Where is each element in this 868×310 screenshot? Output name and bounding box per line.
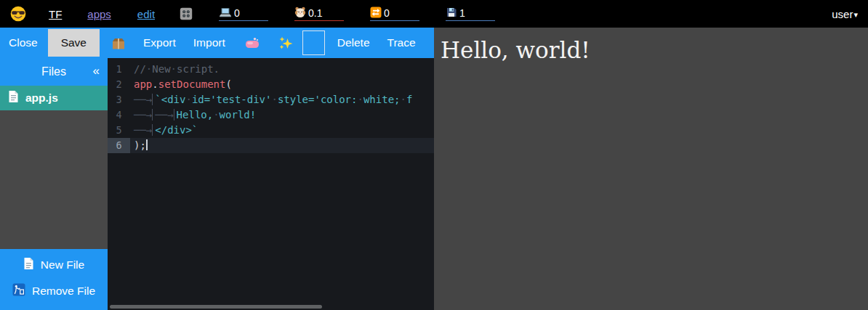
save-button[interactable]: Save bbox=[48, 29, 100, 57]
soap-icon[interactable] bbox=[245, 37, 260, 49]
code-segment-ws: · bbox=[213, 109, 219, 121]
code-segment-comment: // bbox=[134, 63, 146, 75]
files-title: Files bbox=[41, 65, 66, 78]
files-header: Files « bbox=[0, 58, 108, 86]
hamster-icon bbox=[294, 7, 306, 18]
line-number: 6 bbox=[108, 138, 130, 153]
code-segment-string: `<div bbox=[155, 94, 185, 105]
code-segment-tab: ──→ bbox=[134, 94, 153, 105]
trace-button[interactable]: Trace bbox=[379, 28, 425, 58]
code-lines: 1//·New·script.2app.setDocument(3──→`<di… bbox=[108, 62, 434, 153]
repeat-icon bbox=[370, 7, 382, 18]
topbar: TF apps edit 0 bbox=[0, 0, 868, 28]
line-number: 1 bbox=[108, 62, 130, 77]
code-segment-string: f bbox=[406, 94, 412, 105]
horizontal-scrollbar-thumb[interactable] bbox=[110, 305, 322, 309]
package-icon[interactable] bbox=[111, 36, 126, 50]
user-label: user bbox=[832, 8, 853, 20]
line-number: 5 bbox=[108, 123, 130, 138]
code-line-content: ──→`<div·id='test-div'·style='color:·whi… bbox=[130, 92, 434, 107]
import-button[interactable]: Import bbox=[185, 28, 234, 58]
stat-laptop[interactable]: 0 bbox=[219, 7, 268, 21]
code-segment-string: id='test-div' bbox=[192, 94, 272, 105]
stat-hamster[interactable]: 0.1 bbox=[294, 7, 344, 21]
remove-file-icon bbox=[12, 283, 25, 299]
new-file-button[interactable]: New File bbox=[0, 254, 108, 276]
file-list: app.js bbox=[0, 86, 108, 110]
code-segment-comment: New bbox=[152, 63, 170, 75]
preview-text: Hello, world! bbox=[441, 38, 861, 64]
file-icon bbox=[8, 90, 19, 106]
chevron-down-icon: ▾ bbox=[853, 10, 858, 20]
code-line: 4──→──→Hello,·world! bbox=[108, 107, 434, 123]
empty-slot-button[interactable] bbox=[302, 30, 325, 55]
code-line: 2app.setDocument( bbox=[108, 77, 434, 92]
remove-file-label: Remove File bbox=[32, 285, 95, 298]
code-line-content: ──→──→Hello,·world! bbox=[130, 107, 434, 123]
code-segment-punct: ( bbox=[225, 78, 231, 90]
code-editor[interactable]: 1//·New·script.2app.setDocument(3──→`<di… bbox=[108, 58, 434, 310]
code-segment-tab: ──→ bbox=[134, 124, 153, 136]
sunglasses-emoji-icon[interactable] bbox=[10, 6, 26, 22]
code-line: 6); bbox=[108, 138, 434, 153]
code-line-content: ──→</div>` bbox=[130, 123, 434, 138]
file-row[interactable]: app.js bbox=[0, 86, 108, 110]
new-file-icon bbox=[23, 257, 34, 273]
floppy-disk-icon bbox=[446, 7, 457, 18]
code-segment-tab: ──→ bbox=[134, 109, 153, 121]
code-segment-string: style='color: bbox=[278, 94, 358, 105]
code-segment-string: world! bbox=[220, 109, 257, 121]
close-button[interactable]: Close bbox=[0, 28, 47, 58]
code-segment-punct: . bbox=[152, 78, 158, 90]
remove-file-button[interactable]: Remove File bbox=[0, 280, 108, 302]
files-sidebar: Files « app.js bbox=[0, 58, 108, 310]
app-grid-icon[interactable] bbox=[180, 7, 193, 20]
code-segment-tab: ──→ bbox=[155, 109, 174, 121]
collapse-sidebar-icon[interactable]: « bbox=[93, 64, 100, 78]
edit-link[interactable]: edit bbox=[137, 8, 155, 20]
file-name: app.js bbox=[25, 91, 58, 105]
line-number: 3 bbox=[108, 92, 130, 107]
sidebar-filler bbox=[0, 110, 108, 249]
code-line: 1//·New·script. bbox=[108, 62, 434, 77]
text-cursor bbox=[146, 139, 148, 150]
code-line-content: app.setDocument( bbox=[130, 77, 434, 92]
stat-repeat[interactable]: 0 bbox=[370, 7, 419, 21]
code-segment-ws: · bbox=[271, 94, 277, 105]
new-file-label: New File bbox=[41, 258, 84, 272]
code-line-content: ); bbox=[130, 138, 434, 153]
code-segment-comment: script. bbox=[177, 63, 220, 75]
code-segment-string: white; bbox=[363, 94, 401, 105]
code-segment-ws: · bbox=[171, 63, 177, 75]
code-line-content: //·New·script. bbox=[130, 62, 434, 77]
code-segment-ws: · bbox=[185, 94, 191, 105]
code-segment-string: </div>` bbox=[155, 124, 198, 136]
line-number: 2 bbox=[108, 77, 130, 92]
user-menu[interactable]: user ▾ bbox=[832, 8, 858, 20]
code-line: 3──→`<div·id='test-div'·style='color:·wh… bbox=[108, 92, 434, 107]
code-segment-ws: · bbox=[401, 94, 406, 105]
preview-pane: Hello, world! bbox=[434, 28, 868, 310]
code-segment-ident: app bbox=[134, 78, 152, 90]
brand-link[interactable]: TF bbox=[49, 8, 62, 20]
line-number: 4 bbox=[108, 107, 130, 123]
code-segment-ident: setDocument bbox=[158, 78, 226, 90]
toolbar: Close Save Export Import bbox=[0, 28, 434, 58]
code-segment-punct: ); bbox=[134, 139, 146, 151]
sparkles-icon[interactable] bbox=[278, 36, 293, 50]
code-segment-string: Hello, bbox=[177, 109, 214, 121]
code-line: 5──→</div>` bbox=[108, 123, 434, 138]
code-segment-ws: · bbox=[357, 94, 363, 105]
export-button[interactable]: Export bbox=[134, 28, 185, 58]
sidebar-footer: New File Remove File bbox=[0, 249, 108, 310]
apps-link[interactable]: apps bbox=[87, 8, 111, 20]
laptop-icon bbox=[219, 7, 232, 18]
delete-button[interactable]: Delete bbox=[329, 28, 379, 58]
stat-floppy[interactable]: 1 bbox=[446, 7, 495, 21]
